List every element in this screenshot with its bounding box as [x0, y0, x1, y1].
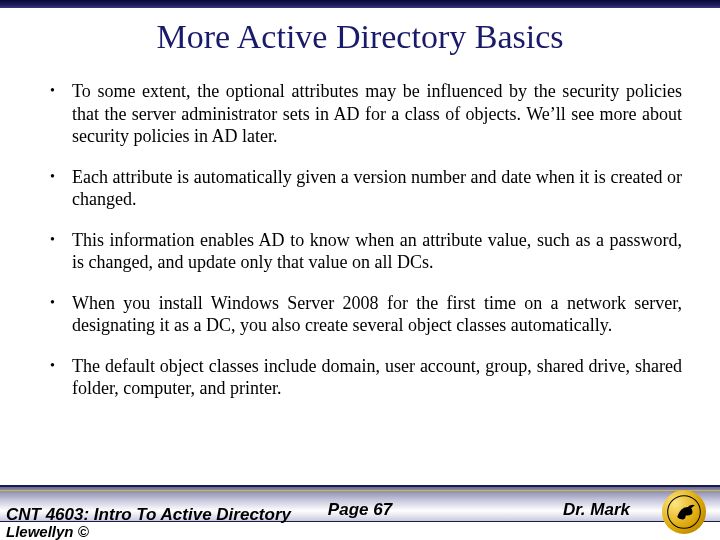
bullet-text: When you install Windows Server 2008 for… [72, 292, 682, 337]
bullet-item: • This information enables AD to know wh… [50, 229, 682, 274]
slide-body: • To some extent, the optional attribute… [50, 80, 682, 418]
bullet-item: • To some extent, the optional attribute… [50, 80, 682, 148]
bullet-text: Each attribute is automatically given a … [72, 166, 682, 211]
footer-copyright: Llewellyn © [6, 524, 291, 540]
footer: CNT 4603: Intro To Active Directory Llew… [0, 514, 720, 540]
bullet-dot: • [50, 292, 72, 314]
bullet-text: This information enables AD to know when… [72, 229, 682, 274]
bullet-dot: • [50, 229, 72, 251]
pegasus-icon [667, 495, 701, 529]
footer-author: Dr. Mark [563, 500, 630, 520]
bullet-dot: • [50, 80, 72, 102]
university-logo [662, 490, 706, 534]
bullet-dot: • [50, 166, 72, 188]
slide-title: More Active Directory Basics [0, 18, 720, 56]
bullet-text: The default object classes include domai… [72, 355, 682, 400]
bullet-item: • The default object classes include dom… [50, 355, 682, 400]
top-accent-bar [0, 0, 720, 8]
slide: More Active Directory Basics • To some e… [0, 0, 720, 540]
bullet-text: To some extent, the optional attributes … [72, 80, 682, 148]
bullet-dot: • [50, 355, 72, 377]
bullet-item: • Each attribute is automatically given … [50, 166, 682, 211]
bullet-item: • When you install Windows Server 2008 f… [50, 292, 682, 337]
